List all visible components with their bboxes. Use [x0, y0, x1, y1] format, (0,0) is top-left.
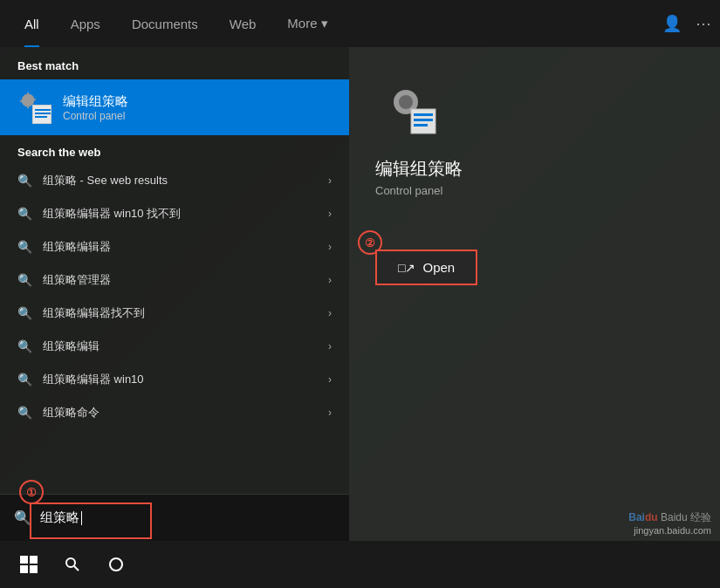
search-result-item-7[interactable]: 🔍 组策略命令 ›: [0, 396, 349, 429]
tab-apps[interactable]: Apps: [55, 0, 116, 47]
more-icon[interactable]: ⋯: [696, 14, 711, 33]
tab-all[interactable]: All: [9, 0, 55, 47]
baidu-url: jingyan.baidu.com: [628, 525, 711, 536]
left-panel: Best match: [0, 47, 349, 541]
search-result-item-5[interactable]: 🔍 组策略编辑 ›: [0, 330, 349, 363]
svg-rect-2: [35, 113, 51, 114]
gpedit-list-icon: [32, 105, 51, 124]
svg-line-15: [74, 566, 79, 571]
search-bar[interactable]: 🔍 组策略: [0, 494, 349, 541]
search-icon-3: 🔍: [17, 273, 32, 287]
baidu-watermark: Baidu Baidu 经验 jingyan.baidu.com: [628, 510, 711, 536]
search-result-text-6: 组策略编辑器 win10: [43, 372, 328, 387]
search-bar-icon: 🔍: [14, 509, 31, 526]
taskbar: [0, 541, 720, 588]
windows-icon: [20, 556, 38, 573]
best-match-text: 编辑组策略 Control panel: [63, 93, 128, 122]
arrow-icon-3: ›: [328, 274, 332, 286]
search-result-text-0: 组策略 - See web results: [43, 173, 328, 188]
arrow-icon-4: ›: [328, 307, 332, 319]
svg-point-14: [66, 558, 75, 567]
search-result-text-5: 组策略编辑: [43, 338, 328, 354]
search-result-item-6[interactable]: 🔍 组策略编辑器 win10 ›: [0, 363, 349, 396]
svg-rect-8: [414, 119, 433, 121]
tab-bar-right: 👤 ⋯: [662, 14, 711, 33]
search-icon-0: 🔍: [17, 174, 32, 188]
tab-documents[interactable]: Documents: [116, 0, 214, 47]
open-button[interactable]: □↗ Open: [375, 250, 477, 285]
right-gpedit-icon: [380, 78, 441, 139]
arrow-icon-2: ›: [328, 241, 332, 253]
svg-point-5: [399, 95, 413, 109]
search-icon-6: 🔍: [17, 373, 32, 386]
search-result-text-2: 组策略编辑器: [43, 239, 328, 255]
search-icon-5: 🔍: [17, 339, 32, 353]
start-menu: All Apps Documents Web More ▾ 👤 ⋯ Best m…: [0, 0, 720, 541]
best-match-title: 编辑组策略: [63, 93, 128, 110]
right-app-icon: [375, 73, 445, 143]
arrow-icon-6: ›: [328, 373, 332, 386]
right-panel: 编辑组策略 Control panel ② □↗ Open: [349, 47, 720, 541]
open-button-container: □↗ Open: [375, 241, 477, 285]
baidu-logo: Baidu Baidu 经验: [628, 510, 711, 525]
arrow-icon-7: ›: [328, 407, 332, 419]
arrow-icon-5: ›: [328, 340, 332, 352]
search-taskbar-icon: [65, 557, 80, 572]
svg-rect-10: [20, 556, 28, 564]
main-content: Best match: [0, 47, 720, 541]
cortana-icon: [108, 557, 124, 572]
best-match-subtitle: Control panel: [63, 110, 128, 122]
right-panel-content: 编辑组策略 Control panel ② □↗ Open: [375, 73, 694, 285]
tab-bar: All Apps Documents Web More ▾ 👤 ⋯: [0, 0, 720, 47]
svg-rect-7: [414, 113, 433, 116]
search-result-item-1[interactable]: 🔍 组策略编辑器 win10 找不到 ›: [0, 197, 349, 230]
arrow-icon-1: ›: [328, 208, 332, 220]
account-icon[interactable]: 👤: [662, 14, 682, 33]
arrow-icon-0: ›: [328, 174, 332, 187]
search-result-item-2[interactable]: 🔍 组策略编辑器 ›: [0, 230, 349, 263]
search-result-text-1: 组策略编辑器 win10 找不到: [43, 206, 328, 222]
start-button[interactable]: [7, 541, 51, 588]
search-bar-cursor: [81, 511, 82, 525]
search-icon-1: 🔍: [17, 207, 32, 221]
tab-more[interactable]: More ▾: [271, 0, 343, 47]
svg-rect-9: [414, 124, 428, 126]
svg-rect-12: [20, 565, 28, 573]
right-app-subtitle: Control panel: [375, 184, 694, 197]
search-result-text-4: 组策略编辑器找不到: [43, 305, 328, 321]
search-bar-text: 组策略: [40, 509, 79, 526]
svg-rect-3: [35, 116, 47, 118]
open-icon: □↗: [398, 261, 415, 275]
search-taskbar-button[interactable]: [51, 541, 94, 588]
search-icon-7: 🔍: [17, 406, 32, 420]
search-result-text-3: 组策略管理器: [43, 272, 328, 288]
svg-rect-13: [30, 565, 38, 573]
svg-rect-11: [30, 556, 38, 564]
search-result-text-7: 组策略命令: [43, 405, 328, 420]
search-icon-4: 🔍: [17, 306, 32, 320]
spacer: [0, 429, 349, 494]
best-match-label: Best match: [0, 47, 349, 79]
svg-point-16: [110, 558, 122, 571]
svg-rect-1: [35, 109, 51, 111]
cortana-button[interactable]: [94, 541, 138, 588]
best-match-item[interactable]: 编辑组策略 Control panel: [0, 79, 349, 135]
right-app-title: 编辑组策略: [375, 157, 694, 181]
search-icon-2: 🔍: [17, 240, 32, 254]
search-result-item-3[interactable]: 🔍 组策略管理器 ›: [0, 263, 349, 297]
search-result-item-4[interactable]: 🔍 组策略编辑器找不到 ›: [0, 297, 349, 330]
tab-web[interactable]: Web: [214, 0, 272, 47]
web-search-label: Search the web: [0, 135, 349, 164]
search-result-item-0[interactable]: 🔍 组策略 - See web results ›: [0, 164, 349, 197]
gpedit-app-icon: [17, 90, 52, 125]
